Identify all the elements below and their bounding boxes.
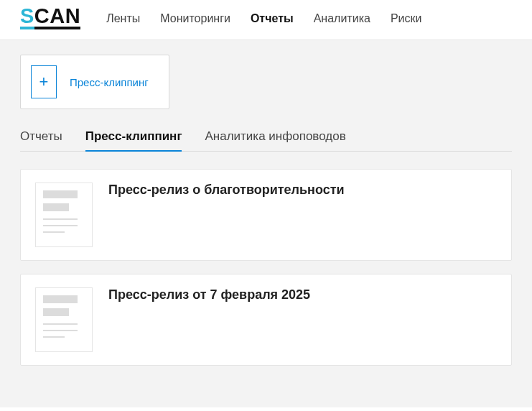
- create-label: Пресс-клиппинг: [70, 76, 149, 88]
- nav-item-analytics[interactable]: Аналитика: [314, 12, 370, 25]
- nav-item-risks[interactable]: Риски: [391, 12, 422, 25]
- press-release-card[interactable]: Пресс-релиз от 7 февраля 2025: [20, 274, 512, 366]
- tab-reports[interactable]: Отчеты: [20, 125, 62, 151]
- nav-item-monitorings[interactable]: Мониторинги: [160, 12, 230, 25]
- document-icon: [35, 183, 93, 247]
- press-release-card[interactable]: Пресс-релиз о благотворительности: [20, 169, 512, 261]
- logo-can: CAN: [34, 6, 80, 29]
- sub-tabs: Отчеты Пресс-клиппинг Аналитика инфопово…: [20, 125, 512, 152]
- create-press-clipping-button[interactable]: + Пресс-клиппинг: [20, 55, 169, 109]
- nav-item-feeds[interactable]: Ленты: [106, 12, 140, 25]
- logo-s: S: [20, 6, 34, 29]
- nav-item-reports[interactable]: Отчеты: [251, 12, 294, 25]
- content-area: + Пресс-клиппинг Отчеты Пресс-клиппинг А…: [0, 40, 532, 407]
- card-title: Пресс-релиз о благотворительности: [108, 183, 345, 247]
- document-icon: [35, 287, 93, 352]
- card-title: Пресс-релиз от 7 февраля 2025: [108, 287, 310, 352]
- tab-press-clipping[interactable]: Пресс-клиппинг: [85, 125, 182, 151]
- tab-infopovody-analytics[interactable]: Аналитика инфоповодов: [205, 125, 345, 151]
- main-nav: Ленты Мониторинги Отчеты Аналитика Риски: [106, 12, 421, 25]
- header: SCAN Ленты Мониторинги Отчеты Аналитика …: [0, 0, 532, 40]
- plus-document-icon: +: [31, 65, 57, 98]
- logo[interactable]: SCAN: [20, 6, 80, 31]
